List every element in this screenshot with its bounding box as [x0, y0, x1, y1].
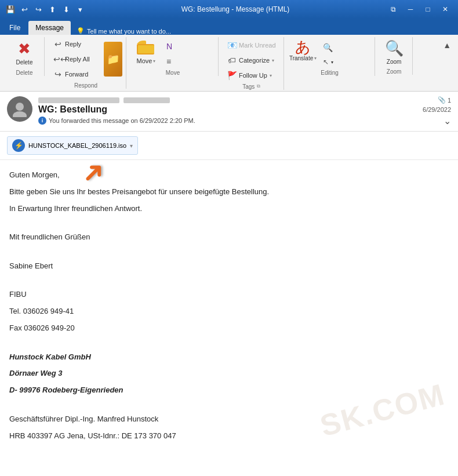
svg-point-3	[13, 111, 27, 117]
ribbon-group-editing: あ Translate ▾ 🔍 ↖ ▾ Editing	[285, 37, 375, 76]
categorize-button[interactable]: 🏷 Categorize ▾	[223, 53, 280, 67]
delete-group-label: Delete	[16, 70, 33, 76]
attachment-file-icon: ⚡	[12, 139, 25, 152]
rules-button[interactable]: ≡	[162, 54, 215, 68]
delete-label: Delete	[16, 59, 33, 66]
zoom-label: Zoom	[387, 59, 402, 65]
email-closing: Mit freundlichen Grüßen	[9, 231, 449, 244]
redo-icon[interactable]: ↪	[32, 3, 44, 15]
attachment-bar: ⚡ HUNSTOCK_KABEL_2906119.iso ▾ ➜	[0, 132, 458, 160]
respond-group-label: Respond	[74, 82, 97, 89]
restore-window-icon[interactable]: ⧉	[385, 3, 401, 16]
reply-icon: ↩	[53, 39, 63, 49]
window-title: WG: Bestellung - Message (HTML)	[86, 5, 385, 13]
email-greeting: Guten Morgen,	[9, 169, 449, 181]
tab-file[interactable]: File	[2, 21, 27, 35]
email-body[interactable]: Guten Morgen, Bitte geben Sie uns Ihr be…	[0, 160, 458, 476]
ribbon-group-zoom: 🔍 Zoom Zoom	[376, 37, 413, 75]
attachment-info: 📎 1	[438, 96, 451, 104]
forwarded-text: You forwarded this message on 6/29/2022 …	[49, 117, 195, 124]
undo-icon[interactable]: ↩	[19, 3, 30, 15]
svg-rect-1	[138, 45, 154, 53]
follow-up-icon: 🚩	[227, 71, 237, 80]
save-icon[interactable]: 💾	[5, 3, 16, 15]
select-dropdown: ▾	[331, 60, 333, 65]
zoom-group-content: 🔍 Zoom	[380, 37, 409, 67]
paperclip-icon: 📎	[438, 96, 446, 104]
email-hrb: HRB 403397 AG Jena, USt-Idnr.: DE 173 37…	[9, 430, 449, 442]
person-icon	[12, 101, 28, 117]
down-arrow-icon[interactable]: ⬇	[60, 3, 72, 15]
svg-point-2	[16, 103, 24, 111]
translate-button[interactable]: あ Translate ▾	[289, 37, 318, 64]
tags-expand-icon[interactable]: ⧉	[257, 83, 260, 89]
onenote-button[interactable]: N	[162, 39, 215, 53]
follow-up-button[interactable]: 🚩 Follow Up ▾	[223, 68, 280, 82]
search-button[interactable]: 🔍	[319, 41, 371, 54]
close-button[interactable]: ✕	[437, 3, 453, 16]
title-bar: 💾 ↩ ↪ ⬆ ⬇ ▾ WG: Bestellung - Message (HT…	[0, 0, 458, 19]
ribbon-group-tags: 📧 Mark Unread 🏷 Categorize ▾ 🚩 Follow Up…	[220, 37, 284, 90]
email-manager: Geschäftsführer Dipl.-Ing. Manfred Hunst…	[9, 413, 449, 426]
select-icon: ↖	[323, 58, 329, 66]
rules-icon: ≡	[166, 57, 171, 66]
zoom-button[interactable]: 🔍 Zoom	[380, 37, 409, 67]
forward-icon: ↪	[53, 70, 63, 79]
search-icon: 🔍	[323, 43, 333, 52]
maximize-button[interactable]: □	[420, 3, 436, 16]
tags-group-content: 📧 Mark Unread 🏷 Categorize ▾ 🚩 Follow Up…	[223, 37, 280, 82]
email-company: Hunstock Kabel GmbH	[9, 351, 449, 364]
email-line1: Bitte geben Sie uns Ihr bestes Preisange…	[9, 186, 449, 198]
editing-group-content: あ Translate ▾ 🔍 ↖ ▾	[289, 37, 371, 68]
delete-icon: ✖	[18, 40, 31, 58]
email-date: 6/29/2022	[423, 106, 451, 113]
tab-message[interactable]: Message	[28, 21, 71, 35]
email-from	[38, 96, 417, 103]
expand-button[interactable]: ⌄	[444, 115, 451, 126]
reply-label: Reply	[65, 41, 81, 48]
mark-unread-button[interactable]: 📧 Mark Unread	[223, 38, 280, 52]
attachment-count: 1	[448, 97, 451, 104]
customize-icon[interactable]: ▾	[74, 3, 86, 15]
move-icon-large[interactable]: 📁	[104, 42, 122, 77]
onenote-icon: N	[166, 42, 172, 51]
quick-access-toolbar: 💾 ↩ ↪ ⬆ ⬇ ▾	[5, 3, 86, 15]
move-dropdown-arrow: ▾	[153, 59, 155, 64]
window-controls: ⧉ ─ □ ✕	[385, 3, 453, 16]
forward-button[interactable]: ↪ Forward	[49, 67, 101, 81]
attachment-dropdown-arrow[interactable]: ▾	[130, 143, 133, 149]
ribbon-collapse: ▲	[441, 37, 453, 51]
delete-group-content: ✖ Delete	[8, 37, 41, 68]
ribbon-tabs: File Message 💡 Tell me what you want to …	[0, 19, 458, 35]
categorize-icon: 🏷	[227, 56, 237, 65]
reply-all-button[interactable]: ↩↩ Reply All	[49, 52, 101, 66]
translate-icon: あ	[295, 39, 311, 54]
email-subject: WG: Bestellung	[38, 104, 417, 115]
attachment-filename: HUNSTOCK_KABEL_2906119.iso	[28, 142, 126, 149]
ribbon: ✖ Delete Delete ↩ Reply ↩↩ Reply All	[0, 35, 458, 92]
send-receive-icon[interactable]: ⬆	[46, 3, 58, 15]
minimize-button[interactable]: ─	[402, 3, 419, 16]
email-forwarded-notice: i You forwarded this message on 6/29/202…	[38, 117, 417, 125]
email-line2: In Erwartung Ihrer freundlichen Antwort.	[9, 203, 449, 215]
delete-button[interactable]: ✖ Delete	[8, 37, 41, 68]
followup-dropdown: ▾	[270, 73, 272, 78]
collapse-ribbon-icon[interactable]: ▲	[441, 39, 453, 51]
tell-me-text: Tell me what you want to do...	[87, 28, 171, 35]
folder-icon	[137, 41, 155, 56]
reply-all-label: Reply All	[65, 56, 90, 63]
sender-email-blurred	[123, 97, 170, 103]
email-header: WG: Bestellung i You forwarded this mess…	[0, 92, 458, 132]
select-button[interactable]: ↖ ▾	[319, 56, 371, 68]
email-header-info: WG: Bestellung i You forwarded this mess…	[38, 96, 417, 125]
move-button[interactable]: Move ▾	[131, 37, 161, 67]
attachment-chip[interactable]: ⚡ HUNSTOCK_KABEL_2906119.iso ▾	[7, 136, 138, 155]
email-name: Sabine Ebert	[9, 260, 449, 272]
email-fax: Fax 036026 949-20	[9, 322, 449, 335]
translate-dropdown: ▾	[314, 56, 317, 61]
ribbon-group-move: Move ▾ N ≡ Move	[128, 37, 219, 76]
tell-me-box[interactable]: 💡 Tell me what you want to do...	[72, 27, 176, 35]
tags-group-label: Tags	[242, 83, 255, 90]
categorize-dropdown: ▾	[272, 58, 274, 63]
reply-button[interactable]: ↩ Reply	[49, 37, 101, 51]
